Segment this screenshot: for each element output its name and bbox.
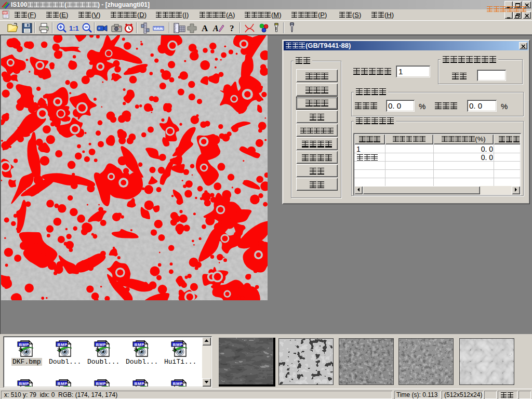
svg-text:BMP: BMP (135, 342, 145, 347)
svg-text:BMP: BMP (96, 381, 107, 386)
svg-text:DOC: DOC (3, 12, 9, 15)
svg-text:BMP: BMP (19, 381, 30, 386)
svg-text:A: A (212, 24, 219, 33)
svg-text:BMP: BMP (19, 342, 30, 347)
svg-text:BMP: BMP (173, 381, 183, 386)
svg-text:1:1: 1:1 (69, 24, 79, 32)
svg-text:BMP: BMP (58, 381, 68, 386)
svg-text:BMP: BMP (135, 381, 145, 386)
svg-text:?: ? (230, 23, 234, 33)
svg-text:BMP: BMP (96, 342, 107, 347)
svg-text:BMP: BMP (173, 342, 183, 347)
svg-text:A: A (202, 23, 208, 33)
svg-text:BMP: BMP (58, 342, 68, 347)
